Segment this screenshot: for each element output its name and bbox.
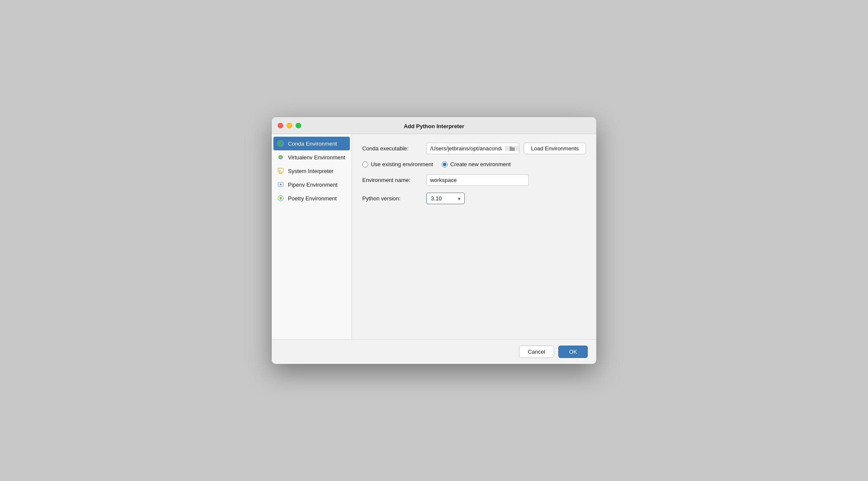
svg-rect-3 xyxy=(278,168,283,172)
browse-folder-button[interactable] xyxy=(505,146,519,151)
python-version-select[interactable]: 3.10 3.9 3.8 3.7 3.6 xyxy=(426,193,465,204)
create-new-radio[interactable] xyxy=(442,161,448,167)
sidebar-item-label-virtualenv: Virtualenv Environment xyxy=(288,154,345,161)
sidebar-item-label-conda: Conda Environment xyxy=(288,141,337,147)
maximize-button[interactable] xyxy=(296,123,301,128)
dialog-title: Add Python Interpreter xyxy=(404,123,464,129)
ok-button[interactable]: OK xyxy=(558,346,588,358)
poetry-icon xyxy=(277,194,284,202)
svg-point-12 xyxy=(280,198,282,199)
python-version-label: Python version: xyxy=(362,195,422,202)
conda-executable-input[interactable] xyxy=(427,143,505,154)
environment-name-row: Environment name: xyxy=(362,174,586,186)
title-bar: Add Python Interpreter xyxy=(272,117,596,134)
close-button[interactable] xyxy=(278,123,283,128)
python-version-select-wrapper: 3.10 3.9 3.8 3.7 3.6 ▼ xyxy=(426,193,465,204)
conda-executable-label: Conda executable: xyxy=(362,145,422,152)
sidebar-item-label-pipenv: Pipenv Environment xyxy=(288,182,337,188)
conda-icon xyxy=(277,140,284,147)
environment-type-row: Use existing environment Create new envi… xyxy=(362,161,586,167)
create-new-label: Create new environment xyxy=(450,161,511,167)
dialog-footer: Cancel OK xyxy=(272,339,596,364)
sidebar-item-conda[interactable]: Conda Environment xyxy=(273,137,350,150)
sidebar-item-system[interactable]: System Interpreter xyxy=(272,164,352,178)
svg-point-1 xyxy=(278,141,284,147)
pipenv-icon xyxy=(277,181,284,188)
sidebar-item-virtualenv[interactable]: Virtualenv Environment xyxy=(272,150,352,164)
dialog-body: Conda Environment Virtualenv Environment xyxy=(272,134,596,339)
system-interpreter-icon xyxy=(277,167,284,175)
use-existing-radio[interactable] xyxy=(362,161,368,167)
conda-executable-row: Conda executable: Load Environments xyxy=(362,143,586,154)
sidebar-item-pipenv[interactable]: Pipenv Environment xyxy=(272,178,352,191)
environment-name-label: Environment name: xyxy=(362,177,422,183)
sidebar-item-label-system: System Interpreter xyxy=(288,168,334,174)
sidebar-item-poetry[interactable]: Poetry Environment xyxy=(272,191,352,205)
folder-icon xyxy=(509,146,515,151)
use-existing-label: Use existing environment xyxy=(371,161,433,167)
sidebar-item-label-poetry: Poetry Environment xyxy=(288,195,337,202)
python-version-row: Python version: 3.10 3.9 3.8 3.7 3.6 ▼ xyxy=(362,193,586,204)
traffic-lights xyxy=(278,123,301,128)
create-new-option[interactable]: Create new environment xyxy=(442,161,511,167)
cancel-button[interactable]: Cancel xyxy=(519,346,554,358)
svg-point-9 xyxy=(280,184,281,185)
environment-name-input[interactable] xyxy=(426,174,529,186)
add-python-interpreter-dialog: Add Python Interpreter xyxy=(272,117,596,364)
minimize-button[interactable] xyxy=(287,123,292,128)
conda-path-field-container xyxy=(426,143,519,154)
main-content: Conda executable: Load Environments Use … xyxy=(352,134,596,339)
virtualenv-icon xyxy=(277,153,284,161)
load-environments-button[interactable]: Load Environments xyxy=(524,143,586,154)
sidebar: Conda Environment Virtualenv Environment xyxy=(272,134,352,339)
use-existing-option[interactable]: Use existing environment xyxy=(362,161,433,167)
